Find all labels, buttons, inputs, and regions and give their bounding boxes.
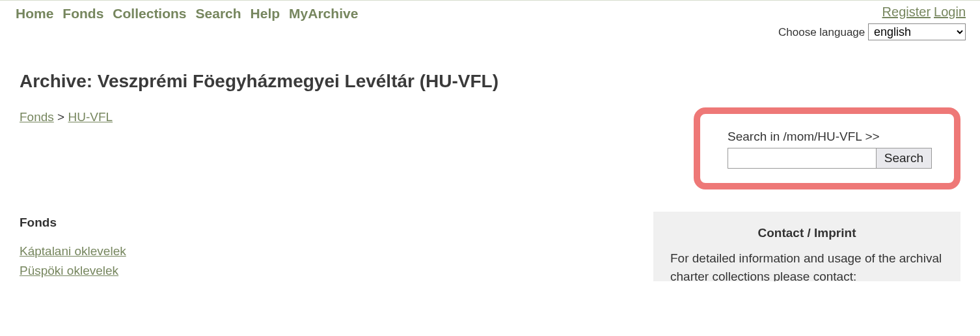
local-search-panel: Search in /mom/HU-VFL >> Search bbox=[694, 107, 960, 189]
local-search-button[interactable]: Search bbox=[877, 148, 932, 169]
nav-collections[interactable]: Collections bbox=[113, 6, 186, 21]
fonds-link[interactable]: Káptalani oklevelek bbox=[20, 242, 126, 261]
top-navbar: Home Fonds Collections Search Help MyArc… bbox=[0, 1, 980, 25]
nav-fonds[interactable]: Fonds bbox=[62, 6, 103, 21]
nav-home[interactable]: Home bbox=[16, 6, 53, 21]
contact-panel: Contact / Imprint For detailed informati… bbox=[653, 212, 960, 281]
primary-nav: Home Fonds Collections Search Help MyArc… bbox=[16, 6, 358, 21]
contact-body: For detailed information and usage of th… bbox=[670, 249, 944, 281]
local-search-input[interactable] bbox=[728, 148, 877, 169]
breadcrumb-code[interactable]: HU-VFL bbox=[68, 110, 113, 124]
auth-links: Register Login bbox=[778, 5, 966, 20]
page-title: Archive: Veszprémi Föegyházmegyei Levélt… bbox=[20, 71, 960, 92]
contact-heading: Contact / Imprint bbox=[670, 226, 944, 240]
breadcrumb-separator: > bbox=[57, 110, 64, 124]
login-link[interactable]: Login bbox=[934, 5, 966, 19]
local-search-label: Search in /mom/HU-VFL >> bbox=[728, 130, 932, 144]
breadcrumb-fonds[interactable]: Fonds bbox=[20, 110, 54, 124]
nav-help[interactable]: Help bbox=[251, 6, 280, 21]
nav-myarchive[interactable]: MyArchive bbox=[289, 6, 358, 21]
fonds-link[interactable]: Püspöki oklevelek bbox=[20, 261, 118, 281]
register-link[interactable]: Register bbox=[882, 5, 931, 19]
nav-search[interactable]: Search bbox=[196, 6, 241, 21]
